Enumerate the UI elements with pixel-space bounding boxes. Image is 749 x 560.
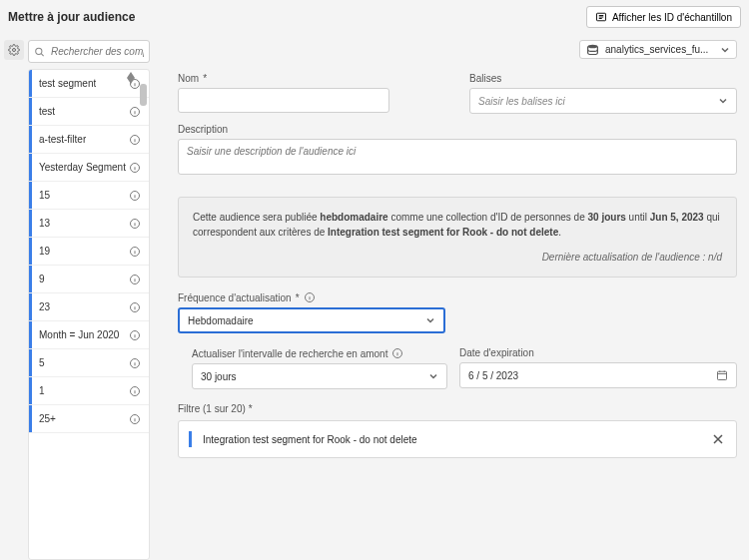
sidebar-item[interactable]: 1	[29, 377, 149, 405]
search-input[interactable]	[28, 40, 150, 63]
sidebar-item-label: Month = Jun 2020	[39, 329, 119, 340]
lookback-value: 30 jours	[201, 371, 237, 382]
sidebar-item-label: Yesterday Segment	[39, 162, 126, 173]
info-icon[interactable]	[129, 329, 141, 341]
sidebar-item[interactable]: 9	[29, 266, 149, 293]
description-label: Description	[178, 124, 228, 135]
expiry-datepicker[interactable]: 6 / 5 / 2023	[459, 362, 737, 388]
lookback-select[interactable]: 30 jours	[192, 363, 447, 389]
expiry-value: 6 / 5 / 2023	[468, 370, 518, 381]
lookback-label: Actualiser l'intervalle de recherche en …	[192, 348, 387, 359]
svg-point-16	[588, 45, 598, 49]
sidebar-item[interactable]: a-test-filter	[29, 126, 149, 154]
required-marker: *	[203, 73, 207, 84]
info-icon[interactable]	[129, 301, 141, 313]
settings-button[interactable]	[4, 40, 24, 60]
sidebar-item-label: 15	[39, 190, 50, 201]
search-icon	[34, 46, 45, 57]
sidebar-item[interactable]: Yesterday Segment	[29, 154, 149, 182]
publish-notice: Cette audience sera publiée hebdomadaire…	[178, 197, 737, 278]
chevron-down-icon	[718, 96, 728, 106]
required-marker: *	[249, 403, 253, 414]
name-label: Nom	[178, 73, 199, 84]
notice-days: 30 jours	[587, 212, 625, 223]
info-icon[interactable]	[129, 357, 141, 369]
svg-rect-19	[718, 371, 727, 379]
info-icon[interactable]	[129, 106, 141, 118]
tags-select[interactable]: Saisir les balises ici	[469, 88, 737, 114]
sidebar-item[interactable]: 25+	[29, 405, 149, 433]
calendar-icon	[716, 369, 728, 381]
notice-text: comme une collection d'ID de personnes d…	[388, 212, 588, 223]
sample-button-label: Afficher les ID d'échantillon	[612, 12, 732, 23]
info-icon[interactable]	[129, 218, 141, 230]
database-icon	[586, 44, 599, 55]
tags-label: Balises	[469, 73, 501, 84]
info-icon[interactable]	[129, 274, 141, 285]
filter-header: Filtre (1 sur 20)	[178, 403, 246, 414]
svg-point-1	[13, 49, 16, 52]
dataview-label: analytics_services_fu...	[605, 44, 714, 55]
chevron-down-icon	[425, 315, 435, 325]
show-sample-ids-button[interactable]: Afficher les ID d'échantillon	[586, 6, 741, 28]
sidebar-item-label: 23	[39, 301, 50, 312]
sidebar-item[interactable]: Month = Jun 2020	[29, 321, 149, 349]
sidebar-item-label: a-test-filter	[39, 134, 86, 145]
notice-segment: Integration test segment for Rook - do n…	[328, 227, 558, 238]
notice-date: Jun 5, 2023	[650, 212, 704, 223]
frequency-value: Hebdomadaire	[188, 315, 254, 326]
svg-point-2	[36, 48, 42, 54]
description-textarea[interactable]	[178, 139, 737, 175]
page-title: Mettre à jour audience	[8, 10, 135, 24]
info-icon[interactable]	[129, 134, 141, 146]
filter-card: Integration test segment for Rook - do n…	[178, 420, 737, 458]
sidebar-item-label: 5	[39, 357, 45, 368]
notice-frequency: hebdomadaire	[320, 212, 387, 223]
info-icon[interactable]	[129, 246, 141, 258]
segment-list[interactable]: test segmenttesta-test-filterYesterday S…	[28, 69, 150, 560]
name-input[interactable]	[178, 88, 389, 113]
filter-name: Integration test segment for Rook - do n…	[203, 434, 417, 445]
sidebar-item-label: 9	[39, 274, 45, 284]
sidebar-item-label: 1	[39, 385, 45, 396]
info-icon[interactable]	[129, 385, 141, 397]
tags-placeholder: Saisir les balises ici	[478, 96, 565, 107]
sidebar-item-label: 19	[39, 246, 50, 257]
sidebar-item[interactable]: 23	[29, 293, 149, 321]
sidebar-item-label: 25+	[39, 413, 56, 424]
frequency-select[interactable]: Hebdomadaire	[178, 307, 445, 333]
required-marker: *	[296, 292, 300, 303]
sidebar-item[interactable]: 5	[29, 349, 149, 377]
info-icon[interactable]	[129, 413, 141, 425]
sidebar-item-label: test	[39, 106, 55, 117]
sidebar-item[interactable]: 19	[29, 238, 149, 266]
notice-text: until	[626, 212, 650, 223]
sidebar-item[interactable]: 15	[29, 182, 149, 210]
remove-filter-button[interactable]	[712, 433, 724, 445]
last-updated: Dernière actualisation de l'audience : n…	[193, 250, 722, 265]
dataview-select[interactable]: analytics_services_fu...	[579, 40, 737, 59]
sidebar-item[interactable]: test	[29, 98, 149, 126]
sort-toggle[interactable]	[127, 72, 135, 84]
gear-icon	[8, 44, 20, 56]
expiry-label: Date d'expiration	[459, 347, 534, 358]
sidebar-item[interactable]: 13	[29, 210, 149, 238]
notice-text: .	[558, 227, 561, 238]
notice-text: Cette audience sera publiée	[193, 212, 320, 223]
info-icon[interactable]	[391, 347, 403, 359]
info-icon[interactable]	[129, 190, 141, 202]
sidebar-item-label: 13	[39, 218, 50, 229]
scrollbar-thumb[interactable]	[140, 84, 147, 106]
info-icon[interactable]	[304, 291, 316, 303]
sample-id-icon	[595, 11, 607, 23]
chevron-down-icon	[428, 371, 438, 381]
frequency-label: Fréquence d'actualisation	[178, 292, 292, 303]
info-icon[interactable]	[129, 162, 141, 174]
chevron-down-icon	[720, 45, 730, 55]
sidebar-item-label: test segment	[39, 78, 96, 89]
